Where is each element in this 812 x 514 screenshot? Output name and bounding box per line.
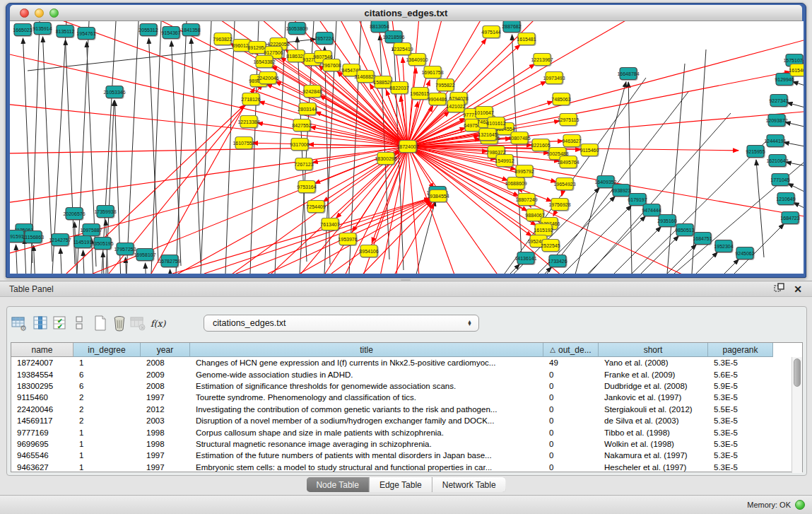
graph-node[interactable]: 8135112 [56, 25, 75, 37]
graph-node[interactable]: 8101612 [486, 117, 505, 129]
table-cell[interactable]: Disruption of a novel member of a sodium… [190, 416, 543, 425]
table-cell[interactable]: 0 [543, 440, 599, 448]
graph-node[interactable]: 9135914 [33, 23, 52, 35]
tab-network-table[interactable]: Network Table [433, 477, 506, 492]
graph-node[interactable]: 1615481 [517, 33, 536, 45]
table-cell[interactable]: 1997 [141, 463, 190, 472]
graph-node[interactable]: 9463627 [562, 135, 581, 147]
table-cell[interactable]: 9463627 [11, 463, 73, 472]
graph-node[interactable]: 7963822 [213, 33, 232, 45]
table-cell[interactable]: 2 [73, 405, 141, 414]
table-cell[interactable]: 1 [73, 440, 141, 448]
table-cell[interactable]: 5.9E-5 [708, 382, 773, 390]
graph-node[interactable]: 1952304 [714, 240, 733, 252]
graph-node[interactable]: 11156863 [23, 231, 44, 243]
table-vertical-scrollbar[interactable] [792, 357, 802, 473]
table-cell[interactable]: Embryonic stem cells: a model to study s… [190, 463, 543, 472]
graph-node[interactable]: 20206576 [63, 208, 85, 220]
table-cell[interactable]: 2003 [141, 416, 190, 425]
graph-node[interactable]: 2718126 [241, 93, 260, 105]
graph-node[interactable]: 1771045 [770, 174, 789, 186]
table-row[interactable]: 911546021997Tourette syndrome. Phenomeno… [11, 392, 792, 403]
table-cell[interactable]: Changes of HCN gene expression and I(f) … [190, 358, 543, 367]
graph-node[interactable]: 17957253 [114, 243, 136, 255]
table-row[interactable]: 1872400712008Changes of HCN gene express… [11, 357, 792, 368]
table-cell[interactable]: 1 [73, 358, 141, 367]
table-cell[interactable]: Stergiakouli et al. (2012) [599, 405, 708, 414]
table-cell[interactable]: 2009 [141, 370, 190, 379]
table-cell[interactable]: 9115460 [11, 393, 73, 402]
memory-status-indicator[interactable] [795, 500, 805, 510]
table-cell[interactable]: 5.6E-5 [708, 370, 773, 379]
table-cell[interactable]: Structural magnetic resonance image aver… [190, 440, 543, 448]
table-cell[interactable]: 0 [543, 451, 599, 460]
graph-node[interactable]: 16210643 [766, 155, 788, 167]
table-cell[interactable]: 9777169 [11, 428, 73, 437]
new-table-icon[interactable] [91, 314, 109, 332]
table-cell[interactable]: Investigating the contribution of common… [190, 405, 543, 414]
graph-node[interactable]: 13505195 [91, 238, 113, 250]
graph-node[interactable]: 7267123 [294, 158, 313, 170]
float-panel-icon[interactable] [774, 283, 785, 296]
graph-node[interactable]: 1421022 [446, 100, 465, 112]
column-header-name[interactable]: name [11, 343, 73, 357]
graph-node[interactable]: 1549912 [495, 155, 514, 167]
table-cell[interactable]: 2008 [141, 382, 190, 390]
table-cell[interactable]: Nakamura et al. (1997) [599, 451, 708, 460]
column-header-short[interactable]: short [599, 343, 708, 357]
table-cell[interactable]: Corpus callosum shape and size in male p… [190, 428, 543, 437]
graph-node[interactable]: 12975115 [558, 114, 579, 126]
graph-node[interactable]: 2522545 [541, 240, 560, 252]
column-header-title[interactable]: title [190, 343, 543, 357]
graph-node[interactable]: 10807485 [508, 132, 530, 144]
graph-node[interactable]: 9245062 [735, 247, 754, 259]
graph-node[interactable]: 8221605 [531, 139, 550, 151]
table-cell[interactable]: 14569117 [11, 416, 73, 425]
table-cell[interactable]: Tibbo et al. (1998) [599, 428, 708, 437]
table-cell[interactable]: 6 [73, 370, 141, 379]
graph-node[interactable]: 19654923 [553, 178, 575, 190]
table-cell[interactable]: Wolkin et al. (1998) [599, 440, 708, 448]
table-row[interactable]: 1938455462009Genome-wide association stu… [11, 368, 792, 380]
table-row[interactable]: 946362711997Embryonic stem cells: a mode… [11, 462, 792, 473]
graph-node[interactable]: 2803144 [298, 103, 317, 115]
table-cell[interactable]: Hescheler et al. (1997) [599, 463, 708, 472]
table-cell[interactable]: 2 [73, 393, 141, 402]
graph-node[interactable]: 1684751 [693, 233, 712, 245]
table-cell[interactable]: Estimation of the future numbers of pati… [190, 451, 543, 460]
table-cell[interactable]: 1 [73, 428, 141, 437]
table-cell[interactable]: 0 [543, 370, 599, 379]
graph-node[interactable]: 2935160 [657, 215, 676, 227]
table-cell[interactable]: 0 [543, 416, 599, 425]
table-cell[interactable]: 2012 [141, 405, 190, 414]
table-cell[interactable]: 5.3E-5 [708, 428, 773, 437]
graph-node[interactable]: 9904486 [428, 93, 447, 105]
graph-node[interactable]: 18724007 [396, 141, 418, 153]
graph-node[interactable]: 9753164 [297, 181, 316, 193]
delete-column-icon[interactable]: ✕ [129, 314, 146, 332]
graph-node[interactable]: 16107552 [233, 137, 254, 149]
table-cell[interactable]: 5.3E-5 [708, 440, 773, 448]
graph-node[interactable]: 9115460 [580, 144, 599, 156]
graph-node[interactable]: 8954106 [359, 245, 378, 257]
column-header-pagerank[interactable]: pagerank [708, 343, 773, 357]
table-cell[interactable]: 5.5E-5 [708, 405, 773, 414]
graph-node[interactable]: 12213967 [531, 54, 553, 66]
graph-node[interactable]: 10975887 [80, 224, 102, 236]
graph-node[interactable]: 2887682 [502, 21, 521, 33]
graph-node[interactable]: 16958107 [134, 249, 155, 261]
graph-node[interactable]: 22420046 [257, 72, 278, 84]
graph-node[interactable]: 12213384 [237, 116, 259, 128]
table-cell[interactable]: 5.3E-5 [708, 358, 773, 367]
graph-node[interactable]: 12325419 [391, 43, 413, 55]
table-cell[interactable]: Dudbridge et al. (2008) [599, 382, 708, 390]
table-cell[interactable]: 6 [73, 382, 141, 390]
graph-node[interactable]: 1954761 [76, 28, 95, 40]
graph-node[interactable]: 1953976 [338, 233, 357, 245]
table-cell[interactable]: 49 [543, 358, 599, 367]
scrollbar-thumb[interactable] [794, 358, 801, 387]
graph-node[interactable]: 6179197 [628, 194, 647, 206]
graph-node[interactable]: 18300295 [375, 153, 396, 165]
graph-node[interactable]: 1615192 [534, 224, 553, 236]
close-panel-icon[interactable]: ✕ [794, 284, 802, 294]
